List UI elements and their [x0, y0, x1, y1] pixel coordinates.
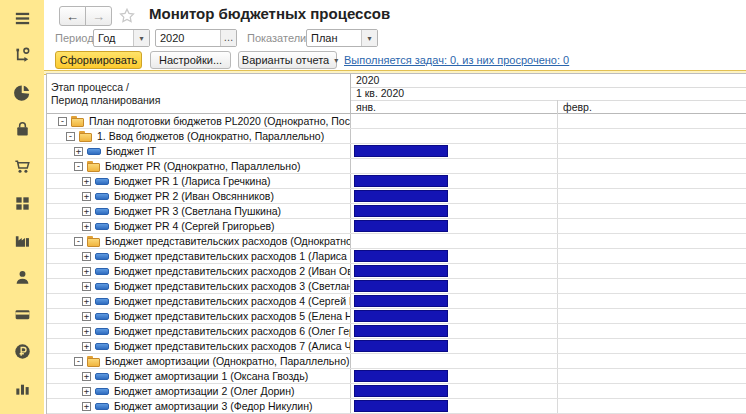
period-value-input[interactable]: 2020 … — [155, 29, 237, 47]
expand-toggle[interactable]: + — [82, 267, 91, 276]
table-row[interactable]: +Бюджет PR 2 (Иван Овсянников) — [47, 189, 746, 204]
sidebar-item-hr[interactable] — [12, 267, 33, 288]
gantt-bar[interactable] — [354, 370, 448, 382]
row-label-cell[interactable]: +Бюджет представительских расходов 7 (Ал… — [47, 339, 351, 353]
row-label-cell[interactable]: -Бюджет амортизации (Однократно, Паралле… — [47, 354, 351, 368]
table-row[interactable]: +Бюджет амортизации 3 (Федор Никулин) — [47, 399, 746, 414]
chevron-down-icon[interactable]: ▾ — [133, 30, 149, 46]
expand-toggle[interactable]: + — [74, 147, 83, 156]
sidebar-item-reports[interactable] — [12, 378, 33, 399]
table-row[interactable]: +Бюджет PR 3 (Светлана Пушкина) — [47, 204, 746, 219]
expand-toggle[interactable]: + — [82, 327, 91, 336]
generate-button[interactable]: Сформировать — [55, 51, 142, 69]
expand-toggle[interactable]: + — [82, 177, 91, 186]
expand-toggle[interactable]: + — [82, 282, 91, 291]
gantt-bar[interactable] — [354, 310, 448, 322]
row-label-cell[interactable]: +Бюджет представительских расходов 2 (Ив… — [47, 264, 351, 278]
collapse-toggle[interactable]: - — [74, 237, 83, 246]
sidebar-item-treasury[interactable] — [12, 304, 33, 325]
row-label-cell[interactable]: +Бюджет представительских расходов 6 (Ол… — [47, 324, 351, 338]
forward-button[interactable]: → — [85, 6, 112, 26]
gantt-bar[interactable] — [354, 220, 448, 232]
ellipsis-button[interactable]: … — [220, 30, 236, 46]
row-label-cell[interactable]: -1. Ввод бюджетов (Однократно, Параллель… — [47, 129, 351, 143]
table-row[interactable]: -Бюджет PR (Однократно, Параллельно) — [47, 159, 746, 174]
gantt-bar[interactable] — [354, 190, 448, 202]
expand-toggle[interactable]: + — [82, 372, 91, 381]
row-label-cell[interactable]: +Бюджет амортизации 3 (Федор Никулин) — [47, 399, 351, 413]
sidebar-item-production[interactable] — [12, 230, 33, 251]
table-row[interactable]: +Бюджет представительских расходов 1 (Ла… — [47, 249, 746, 264]
collapse-toggle[interactable]: - — [66, 132, 75, 141]
expand-toggle[interactable]: + — [82, 207, 91, 216]
table-row[interactable]: +Бюджет представительских расходов 7 (Ал… — [47, 339, 746, 354]
sidebar-item-warehouse[interactable] — [12, 193, 33, 214]
expand-toggle[interactable]: + — [82, 402, 91, 411]
row-label-cell[interactable]: +Бюджет PR 1 (Лариса Гречкина) — [47, 174, 351, 188]
expand-toggle[interactable]: + — [82, 387, 91, 396]
table-row[interactable]: -План подготовки бюджетов PL2020 (Однокр… — [47, 114, 746, 129]
sidebar-item-processes[interactable] — [12, 45, 33, 66]
table-row[interactable]: -Бюджет амортизации (Однократно, Паралле… — [47, 354, 746, 369]
sidebar-item-sales[interactable] — [12, 156, 33, 177]
table-row[interactable]: +Бюджет IT — [47, 144, 746, 159]
row-label-cell[interactable]: -План подготовки бюджетов PL2020 (Однокр… — [47, 114, 351, 128]
settings-button[interactable]: Настройки... — [150, 51, 231, 69]
row-label-cell[interactable]: +Бюджет представительских расходов 3 (Св… — [47, 279, 351, 293]
collapse-toggle[interactable]: - — [74, 357, 83, 366]
expand-toggle[interactable]: + — [82, 297, 91, 306]
row-label-cell[interactable]: +Бюджет PR 2 (Иван Овсянников) — [47, 189, 351, 203]
table-row[interactable]: +Бюджет представительских расходов 5 (Ел… — [47, 309, 746, 324]
timeline-cell-feb — [558, 279, 746, 293]
expand-toggle[interactable]: + — [82, 192, 91, 201]
sidebar-item-planning[interactable] — [12, 82, 33, 103]
row-label-cell[interactable]: +Бюджет PR 4 (Сергей Григорьев) — [47, 219, 351, 233]
tasks-status-link[interactable]: Выполняется задач: 0, из них просрочено:… — [344, 51, 569, 69]
collapse-toggle[interactable]: - — [74, 162, 83, 171]
row-label-cell[interactable]: +Бюджет представительских расходов 1 (Ла… — [47, 249, 351, 263]
row-label-cell[interactable]: -Бюджет представительских расходов (Одно… — [47, 234, 351, 248]
row-label-cell[interactable]: -Бюджет PR (Однократно, Параллельно) — [47, 159, 351, 173]
gantt-bar[interactable] — [354, 325, 448, 337]
expand-toggle[interactable]: + — [82, 222, 91, 231]
gantt-bar[interactable] — [354, 205, 448, 217]
table-row[interactable]: -Бюджет представительских расходов (Одно… — [47, 234, 746, 249]
expand-toggle[interactable]: + — [82, 252, 91, 261]
expand-toggle[interactable]: + — [82, 342, 91, 351]
row-label-cell[interactable]: +Бюджет представительских расходов 5 (Ел… — [47, 309, 351, 323]
table-row[interactable]: +Бюджет амортизации 1 (Оксана Гвоздь) — [47, 369, 746, 384]
gantt-bar[interactable] — [354, 175, 448, 187]
table-row[interactable]: +Бюджет представительских расходов 2 (Ив… — [47, 264, 746, 279]
table-row[interactable]: +Бюджет представительских расходов 3 (Св… — [47, 279, 746, 294]
back-button[interactable]: ← — [59, 6, 86, 26]
gantt-bar[interactable] — [354, 295, 448, 307]
row-label-cell[interactable]: +Бюджет амортизации 2 (Олег Дорин) — [47, 384, 351, 398]
table-row[interactable]: +Бюджет PR 1 (Лариса Гречкина) — [47, 174, 746, 189]
period-type-select[interactable]: Год ▾ — [93, 29, 150, 47]
row-label-cell[interactable]: +Бюджет PR 3 (Светлана Пушкина) — [47, 204, 351, 218]
table-row[interactable]: -1. Ввод бюджетов (Однократно, Параллель… — [47, 129, 746, 144]
gantt-bar[interactable] — [354, 400, 448, 412]
table-row[interactable]: +Бюджет амортизации 2 (Олег Дорин) — [47, 384, 746, 399]
favorite-button[interactable] — [118, 7, 136, 25]
table-row[interactable]: +Бюджет PR 4 (Сергей Григорьев) — [47, 219, 746, 234]
report-variants-button[interactable]: Варианты отчета ▾ — [238, 51, 337, 69]
gantt-bar[interactable] — [354, 250, 448, 262]
gantt-bar[interactable] — [354, 280, 448, 292]
sidebar-item-menu[interactable] — [12, 8, 33, 29]
gantt-bar[interactable] — [354, 340, 448, 352]
collapse-toggle[interactable]: - — [58, 117, 67, 126]
row-label-cell[interactable]: +Бюджет представительских расходов 4 (Се… — [47, 294, 351, 308]
chevron-down-icon[interactable]: ▾ — [361, 30, 377, 46]
table-row[interactable]: +Бюджет представительских расходов 4 (Се… — [47, 294, 746, 309]
gantt-bar[interactable] — [354, 385, 448, 397]
gantt-bar[interactable] — [354, 145, 448, 157]
sidebar-item-purchases[interactable] — [12, 119, 33, 140]
indicators-select[interactable]: План ▾ — [306, 29, 378, 47]
table-row[interactable]: +Бюджет представительских расходов 6 (Ол… — [47, 324, 746, 339]
gantt-bar[interactable] — [354, 265, 448, 277]
row-label-cell[interactable]: +Бюджет амортизации 1 (Оксана Гвоздь) — [47, 369, 351, 383]
expand-toggle[interactable]: + — [82, 312, 91, 321]
sidebar-item-finance[interactable] — [12, 341, 33, 362]
row-label-cell[interactable]: +Бюджет IT — [47, 144, 351, 158]
